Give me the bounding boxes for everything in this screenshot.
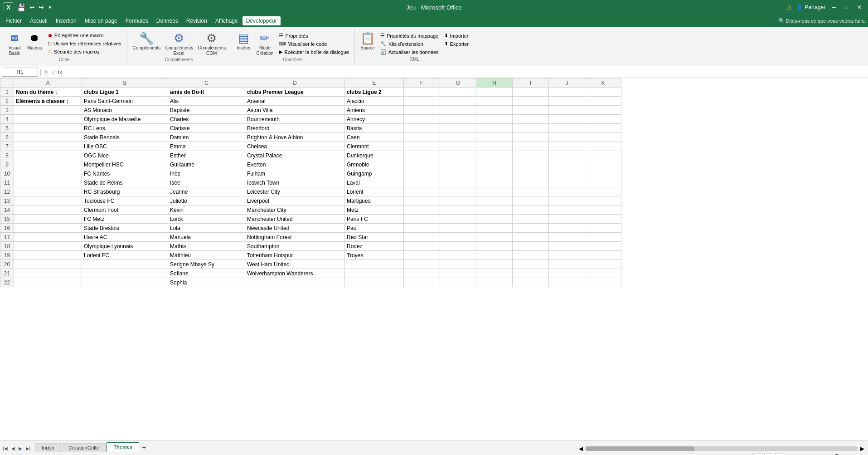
menu-fichier[interactable]: Fichier bbox=[2, 16, 25, 25]
cell-H5[interactable] bbox=[476, 124, 513, 133]
cell-F18[interactable] bbox=[404, 242, 440, 251]
col-header-j[interactable]: J bbox=[549, 78, 585, 88]
page-break-button[interactable]: ⊞ bbox=[775, 454, 784, 455]
cell-G10[interactable] bbox=[440, 169, 476, 178]
cell-D14[interactable]: Manchester City bbox=[245, 205, 345, 215]
cell-A12[interactable] bbox=[14, 187, 82, 196]
macro-security-button[interactable]: ⚠ Sécurité des macros bbox=[46, 48, 123, 55]
col-header-f[interactable]: F bbox=[404, 78, 440, 88]
proprietes-button[interactable]: ☰ Propriétés bbox=[277, 32, 351, 39]
cell-A9[interactable] bbox=[14, 160, 82, 169]
cell-C19[interactable]: Matthieu bbox=[168, 251, 245, 260]
kits-extension-button[interactable]: 🔧 Kits d'extension bbox=[378, 40, 441, 48]
cell-I21[interactable] bbox=[513, 269, 549, 278]
cell-D5[interactable]: Brentford bbox=[245, 124, 345, 133]
cell-H22[interactable] bbox=[476, 278, 513, 287]
cell-K17[interactable] bbox=[585, 233, 621, 242]
cell-G19[interactable] bbox=[440, 251, 476, 260]
cell-H11[interactable] bbox=[476, 178, 513, 187]
cell-A8[interactable] bbox=[14, 151, 82, 160]
cell-C7[interactable]: Emma bbox=[168, 142, 245, 151]
cell-G5[interactable] bbox=[440, 124, 476, 133]
formula-input[interactable] bbox=[64, 68, 866, 77]
cell-B1[interactable]: clubs Ligue 1 bbox=[82, 88, 168, 97]
cell-J20[interactable] bbox=[549, 260, 585, 269]
cell-C3[interactable]: Baptiste bbox=[168, 106, 245, 115]
cell-B16[interactable]: Stade Brestois bbox=[82, 224, 168, 233]
cell-E13[interactable]: Martigues bbox=[345, 196, 404, 205]
col-header-i[interactable]: I bbox=[513, 78, 549, 88]
cell-G17[interactable] bbox=[440, 233, 476, 242]
visualiser-code-button[interactable]: ⌨ Visualiser le code bbox=[277, 40, 351, 48]
cell-A21[interactable] bbox=[14, 269, 82, 278]
cell-C15[interactable]: Loïck bbox=[168, 215, 245, 224]
cell-F21[interactable] bbox=[404, 269, 440, 278]
cell-I2[interactable] bbox=[513, 97, 549, 106]
cell-F19[interactable] bbox=[404, 251, 440, 260]
menu-formules[interactable]: Formules bbox=[122, 16, 152, 25]
cell-A4[interactable] bbox=[14, 115, 82, 124]
cell-C17[interactable]: Manuela bbox=[168, 233, 245, 242]
cell-J1[interactable] bbox=[549, 88, 585, 97]
cell-G9[interactable] bbox=[440, 160, 476, 169]
cell-F12[interactable] bbox=[404, 187, 440, 196]
cell-E10[interactable]: Guingamp bbox=[345, 169, 404, 178]
cell-C2[interactable]: Alix bbox=[168, 97, 245, 106]
col-header-h[interactable]: H bbox=[476, 78, 513, 88]
cell-E19[interactable]: Troyes bbox=[345, 251, 404, 260]
cell-H8[interactable] bbox=[476, 151, 513, 160]
cell-D3[interactable]: Aston Villa bbox=[245, 106, 345, 115]
cell-E15[interactable]: Paris FC bbox=[345, 215, 404, 224]
cell-B14[interactable]: Clermont Foot bbox=[82, 205, 168, 215]
cell-C20[interactable]: Serigne Mbaye Sy bbox=[168, 260, 245, 269]
cell-J2[interactable] bbox=[549, 97, 585, 106]
sheet-grid[interactable]: A B C D E F G H I J K 1Nom du thème :clu… bbox=[0, 78, 868, 440]
cell-D1[interactable]: clubs Premier League bbox=[245, 88, 345, 97]
cell-D6[interactable]: Brighton & Hove Albion bbox=[245, 133, 345, 142]
row-header-21[interactable]: 21 bbox=[0, 269, 14, 278]
cell-A15[interactable] bbox=[14, 215, 82, 224]
cell-D9[interactable]: Everton bbox=[245, 160, 345, 169]
cell-E11[interactable]: Laval bbox=[345, 178, 404, 187]
cell-D8[interactable]: Crystal Palace bbox=[245, 151, 345, 160]
cell-H21[interactable] bbox=[476, 269, 513, 278]
cell-I11[interactable] bbox=[513, 178, 549, 187]
relative-ref-button[interactable]: ◻ Utiliser les références relatives bbox=[46, 39, 123, 47]
cell-D4[interactable]: Bournemouth bbox=[245, 115, 345, 124]
cell-E9[interactable]: Grenoble bbox=[345, 160, 404, 169]
cell-E21[interactable] bbox=[345, 269, 404, 278]
row-header-12[interactable]: 12 bbox=[0, 187, 14, 196]
cell-E3[interactable]: Amiens bbox=[345, 106, 404, 115]
cell-D22[interactable] bbox=[245, 278, 345, 287]
row-header-18[interactable]: 18 bbox=[0, 242, 14, 251]
cell-D11[interactable]: Ipswich Town bbox=[245, 178, 345, 187]
cell-I7[interactable] bbox=[513, 142, 549, 151]
cell-E4[interactable]: Annecy bbox=[345, 115, 404, 124]
col-header-e[interactable]: E bbox=[345, 78, 404, 88]
cell-K7[interactable] bbox=[585, 142, 621, 151]
share-button[interactable]: 👤 Partager bbox=[796, 4, 825, 10]
row-header-4[interactable]: 4 bbox=[0, 115, 14, 124]
cell-B4[interactable]: Olympique de Marseille bbox=[82, 115, 168, 124]
cell-C10[interactable]: Inès bbox=[168, 169, 245, 178]
cell-K11[interactable] bbox=[585, 178, 621, 187]
cell-G22[interactable] bbox=[440, 278, 476, 287]
cell-D13[interactable]: Liverpool bbox=[245, 196, 345, 205]
close-button[interactable]: ✕ bbox=[854, 4, 864, 10]
cell-F22[interactable] bbox=[404, 278, 440, 287]
executer-button[interactable]: ▶ Exécuter la boîte de dialogue bbox=[277, 48, 351, 56]
cell-G21[interactable] bbox=[440, 269, 476, 278]
cell-J11[interactable] bbox=[549, 178, 585, 187]
cell-E14[interactable]: Metz bbox=[345, 205, 404, 215]
row-header-2[interactable]: 2 bbox=[0, 97, 14, 106]
cell-F9[interactable] bbox=[404, 160, 440, 169]
cell-B9[interactable]: Montpellier HSC bbox=[82, 160, 168, 169]
cell-I3[interactable] bbox=[513, 106, 549, 115]
cell-G14[interactable] bbox=[440, 205, 476, 215]
cell-J5[interactable] bbox=[549, 124, 585, 133]
cell-E8[interactable]: Dunkerque bbox=[345, 151, 404, 160]
undo-icon[interactable]: ↩ bbox=[29, 4, 35, 11]
save-icon[interactable]: 💾 bbox=[17, 3, 26, 12]
cell-K13[interactable] bbox=[585, 196, 621, 205]
customize-qat-icon[interactable]: ▼ bbox=[48, 5, 52, 10]
